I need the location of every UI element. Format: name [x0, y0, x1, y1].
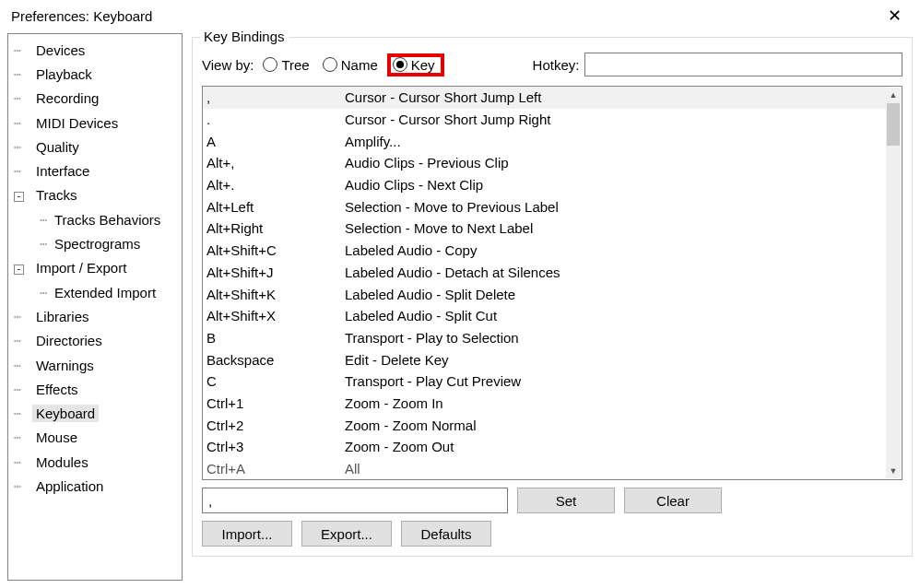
binding-description: All	[345, 461, 360, 476]
radio-icon	[393, 57, 407, 72]
view-by-tree-radio[interactable]: Tree	[259, 55, 313, 75]
tree-item[interactable]: ⋯Spectrograms	[14, 231, 182, 255]
binding-row[interactable]: Alt+Shift+CLabeled Audio - Copy	[203, 240, 887, 262]
tree-item-label: Mouse	[32, 429, 81, 446]
scroll-down-icon[interactable]: ▼	[886, 464, 901, 478]
binding-key: A	[206, 134, 345, 149]
close-button[interactable]: ✕	[880, 4, 909, 28]
titlebar: Preferences: Keyboard ✕	[0, 0, 920, 33]
view-by-name-radio[interactable]: Name	[319, 55, 382, 75]
binding-key: Alt+Shift+C	[206, 242, 345, 258]
binding-description: Labeled Audio - Split Cut	[345, 308, 497, 323]
tree-item[interactable]: ⋯Application	[14, 474, 182, 498]
tree-connector-icon: ⋯	[14, 237, 51, 251]
tree-item[interactable]: -Tracks	[14, 183, 182, 207]
binding-row[interactable]: AAmplify...	[203, 130, 887, 152]
binding-row[interactable]: .Cursor - Cursor Short Jump Right	[203, 109, 887, 131]
tree-connector-icon: ⋯	[14, 116, 32, 130]
radio-label: Key	[411, 57, 435, 73]
view-by-key-radio[interactable]: Key	[387, 53, 444, 76]
selected-key-input[interactable]	[202, 488, 508, 513]
tree-item[interactable]: ⋯Recording	[14, 87, 182, 111]
binding-row[interactable]: BTransport - Play to Selection	[203, 327, 887, 349]
tree-item[interactable]: ⋯MIDI Devices	[14, 111, 182, 135]
tree-item[interactable]: ⋯Playback	[14, 62, 182, 86]
tree-item[interactable]: ⋯Tracks Behaviors	[14, 207, 182, 231]
export-button[interactable]: Export...	[301, 521, 392, 547]
binding-row[interactable]: Alt+.Audio Clips - Next Clip	[203, 174, 887, 196]
set-button[interactable]: Set	[517, 488, 615, 513]
scrollbar-vertical[interactable]: ▲ ▼	[886, 88, 901, 478]
binding-row[interactable]: BackspaceEdit - Delete Key	[203, 348, 887, 370]
tree-item[interactable]: ⋯Libraries	[14, 304, 182, 328]
binding-row[interactable]: Alt+Shift+JLabeled Audio - Detach at Sil…	[203, 262, 887, 284]
tree-item[interactable]: ⋯Devices	[14, 38, 182, 62]
radio-label: Name	[341, 57, 378, 73]
tree-item-label: Application	[32, 477, 107, 495]
tree-expander-icon[interactable]: -	[14, 192, 24, 202]
tree-item-label: Tracks Behaviors	[51, 211, 164, 229]
tree-item[interactable]: ⋯Warnings	[14, 353, 182, 377]
radio-label: Tree	[281, 57, 309, 73]
category-tree[interactable]: ⋯Devices⋯Playback⋯Recording⋯MIDI Devices…	[7, 33, 183, 581]
binding-key: Ctrl+2	[206, 417, 345, 433]
binding-row[interactable]: Alt+LeftSelection - Move to Previous Lab…	[203, 195, 887, 218]
tree-connector-icon: ⋯	[14, 91, 32, 105]
binding-description: Cursor - Cursor Short Jump Left	[345, 89, 541, 105]
binding-row[interactable]: Ctrl+3Zoom - Zoom Out	[203, 436, 887, 458]
tree-item[interactable]: ⋯Directories	[14, 329, 182, 353]
tree-item-label: Tracks	[32, 186, 80, 204]
binding-row[interactable]: CTransport - Play Cut Preview	[203, 370, 887, 393]
defaults-button[interactable]: Defaults	[401, 521, 491, 547]
view-by-label: View by:	[202, 57, 254, 73]
binding-key: B	[206, 330, 345, 346]
clear-button[interactable]: Clear	[624, 488, 722, 513]
binding-row[interactable]: ,Cursor - Cursor Short Jump Left	[203, 87, 887, 109]
tree-connector-icon: ⋯	[14, 213, 51, 227]
tree-item-label: Directories	[32, 332, 106, 349]
tree-connector-icon: ⋯	[14, 43, 32, 57]
hotkey-label: Hotkey:	[533, 57, 580, 73]
tree-connector-icon: ⋯	[14, 430, 32, 444]
tree-expander-icon[interactable]: -	[14, 265, 24, 275]
binding-row[interactable]: Ctrl+2Zoom - Zoom Normal	[203, 414, 887, 436]
binding-key: Ctrl+A	[206, 461, 345, 476]
tree-item-label: Effects	[32, 381, 82, 398]
binding-row[interactable]: Alt+,Audio Clips - Previous Clip	[203, 152, 887, 174]
binding-row[interactable]: Alt+Shift+KLabeled Audio - Split Delete	[203, 283, 887, 305]
binding-key: Alt+Shift+J	[206, 265, 345, 280]
binding-row[interactable]: Ctrl+AAll	[203, 458, 887, 479]
tree-connector-icon: -	[14, 261, 32, 275]
tree-item[interactable]: ⋯Extended Import	[14, 280, 182, 304]
binding-key: Alt+.	[206, 177, 345, 193]
radio-icon	[323, 57, 337, 72]
tree-item-label: Modules	[32, 453, 92, 471]
binding-row[interactable]: Alt+RightSelection - Move to Next Label	[203, 218, 887, 240]
binding-description: Edit - Delete Key	[345, 352, 449, 368]
tree-item[interactable]: ⋯Keyboard	[14, 401, 182, 425]
tree-item[interactable]: ⋯Effects	[14, 377, 182, 401]
tree-item-label: Devices	[32, 41, 88, 59]
hotkey-input[interactable]	[584, 53, 902, 76]
binding-row[interactable]: Alt+Shift+XLabeled Audio - Split Cut	[203, 305, 887, 327]
key-bindings-group: Key Bindings View by: Tree Name Key Hotk…	[192, 37, 913, 557]
import-button[interactable]: Import...	[202, 521, 292, 547]
tree-item[interactable]: ⋯Interface	[14, 159, 182, 182]
scroll-thumb[interactable]	[887, 103, 900, 146]
tree-connector-icon: ⋯	[14, 310, 32, 323]
binding-key: Alt+,	[206, 155, 345, 171]
tree-connector-icon: ⋯	[14, 286, 51, 300]
binding-row[interactable]: Ctrl+1Zoom - Zoom In	[203, 393, 887, 415]
tree-item[interactable]: ⋯Mouse	[14, 426, 182, 450]
bindings-listbox[interactable]: ,Cursor - Cursor Short Jump Left.Cursor …	[202, 86, 902, 480]
binding-key: Alt+Shift+K	[206, 287, 345, 302]
tree-item-label: Keyboard	[32, 405, 99, 422]
binding-key: Alt+Shift+X	[206, 308, 345, 323]
tree-connector-icon: ⋯	[14, 164, 32, 178]
tree-item[interactable]: ⋯Quality	[14, 135, 182, 159]
tree-item[interactable]: -Import / Export	[14, 256, 182, 280]
tree-item-label: Import / Export	[32, 259, 130, 276]
binding-description: Cursor - Cursor Short Jump Right	[345, 112, 550, 127]
tree-item[interactable]: ⋯Modules	[14, 450, 182, 474]
scroll-up-icon[interactable]: ▲	[886, 88, 901, 102]
